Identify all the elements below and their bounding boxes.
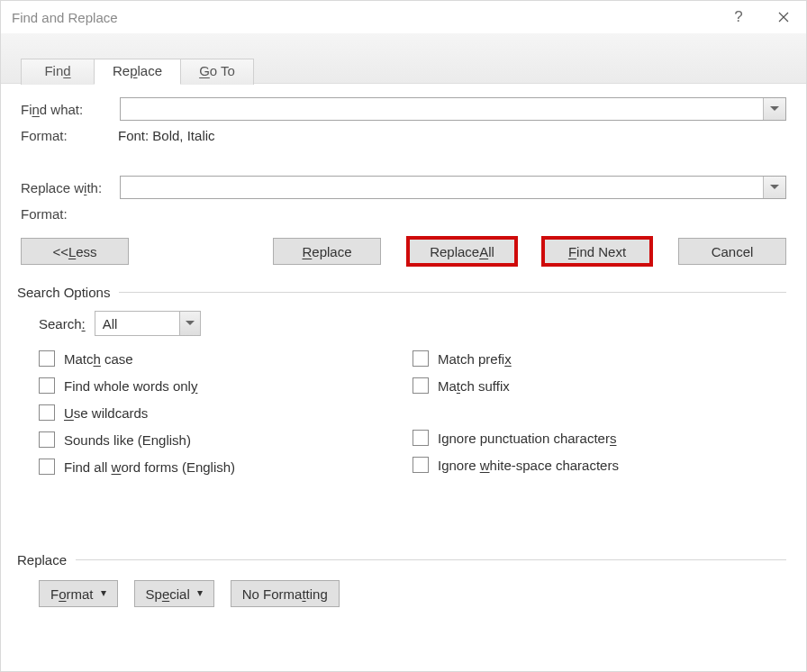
replace-button[interactable]: Replace (273, 238, 381, 265)
divider (76, 559, 786, 560)
ignore-punct-checkbox[interactable]: Ignore punctuation characters (413, 430, 786, 446)
special-menu-button[interactable]: Special▾ (134, 580, 214, 607)
match-suffix-checkbox[interactable]: Match suffix (413, 377, 786, 394)
divider (119, 292, 786, 293)
no-formatting-button[interactable]: No Formatting (231, 580, 340, 607)
tab-replace[interactable]: Replace (94, 59, 181, 85)
dialog-title: Find and Replace (12, 10, 118, 25)
sounds-like-checkbox[interactable]: Sounds like (English) (39, 431, 413, 448)
replace-with-input[interactable] (120, 176, 786, 199)
replace-header: Replace (17, 552, 67, 568)
tab-strip: Find Replace Go To (1, 33, 806, 84)
format-menu-button[interactable]: Format▾ (39, 580, 118, 607)
ignore-whitespace-checkbox[interactable]: Ignore white-space characters (413, 457, 786, 473)
search-options-header: Search Options (17, 285, 110, 300)
tab-find[interactable]: Find (21, 59, 95, 85)
client-area: Find what: Format: Font: Bold, Italic Re… (1, 84, 806, 616)
search-direction-select[interactable]: All (95, 311, 201, 336)
format-label-2: Format: (21, 206, 120, 222)
chevron-down-icon[interactable] (179, 312, 200, 335)
help-icon[interactable]: ? (716, 1, 761, 33)
format-label-1: Format: (21, 128, 120, 143)
replace-all-button[interactable]: Replace All (408, 238, 516, 265)
find-what-input[interactable] (120, 97, 786, 121)
match-case-checkbox[interactable]: Match case (39, 350, 413, 367)
search-direction-value: All (103, 316, 118, 331)
chevron-down-icon[interactable] (763, 98, 785, 120)
whole-words-checkbox[interactable]: Find whole words only (39, 377, 413, 394)
find-format-value: Font: Bold, Italic (118, 128, 215, 143)
match-prefix-checkbox[interactable]: Match prefix (413, 350, 786, 367)
cancel-button[interactable]: Cancel (678, 238, 786, 265)
find-what-label: Find what: (21, 102, 120, 117)
title-bar: Find and Replace ? (1, 1, 806, 33)
wildcards-checkbox[interactable]: Use wildcards (39, 404, 413, 421)
replace-with-label: Replace with: (21, 180, 120, 195)
search-direction-label: Search: (39, 316, 86, 331)
less-button[interactable]: << Less (21, 238, 129, 265)
tab-goto[interactable]: Go To (180, 59, 254, 85)
word-forms-checkbox[interactable]: Find all word forms (English) (39, 459, 413, 475)
close-icon[interactable] (761, 1, 806, 33)
find-next-button[interactable]: Find Next (543, 238, 651, 265)
chevron-down-icon[interactable] (763, 177, 785, 198)
